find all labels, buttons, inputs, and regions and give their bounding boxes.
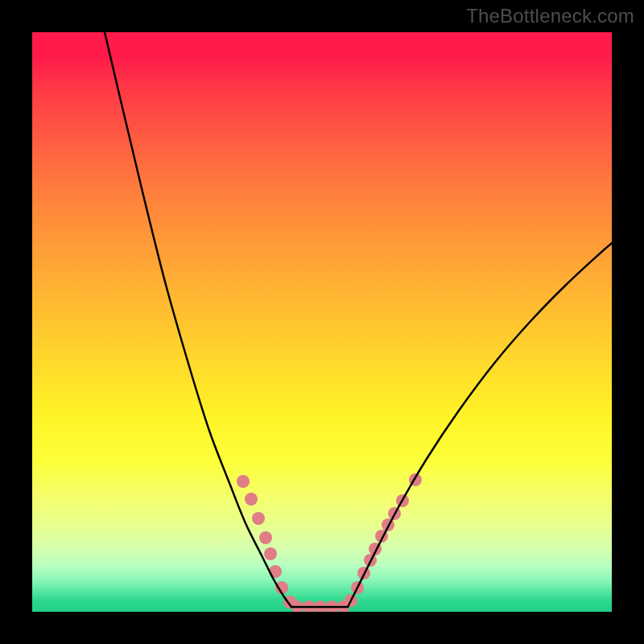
data-marker <box>252 512 265 525</box>
curve-right-curve <box>348 243 612 607</box>
plot-area <box>32 32 612 612</box>
data-marker <box>264 547 277 560</box>
data-marker <box>237 475 250 488</box>
chart-frame: TheBottleneck.com <box>0 0 644 644</box>
data-marker <box>259 531 272 544</box>
data-markers <box>237 473 422 612</box>
watermark-text: TheBottleneck.com <box>466 5 634 27</box>
curve-layer <box>32 32 612 612</box>
data-marker <box>245 493 258 506</box>
curve-lines <box>105 32 612 607</box>
